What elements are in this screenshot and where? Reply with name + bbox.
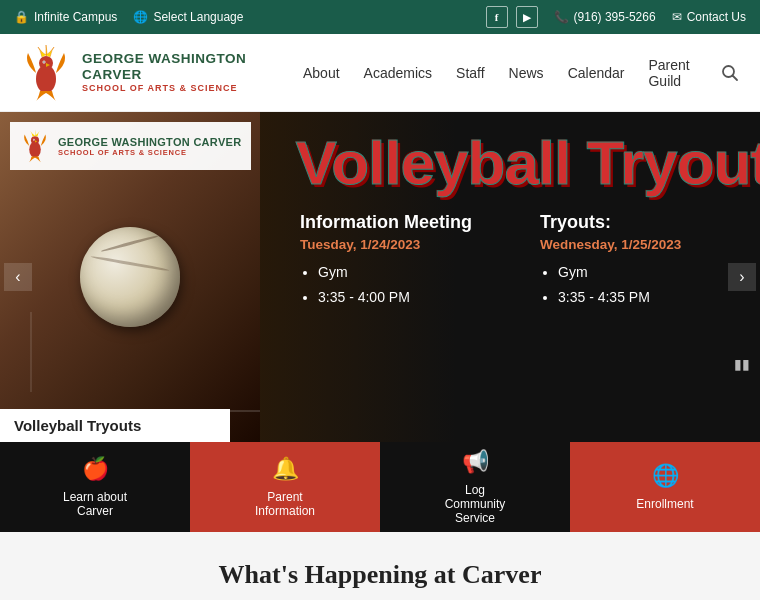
quick-link-learn[interactable]: 🍎 Learn about Carver: [0, 442, 190, 532]
contact-link[interactable]: ✉ Contact Us: [672, 10, 746, 24]
quick-link-enrollment[interactable]: 🌐 Enrollment: [570, 442, 760, 532]
info-meeting-col: Information Meeting Tuesday, 1/24/2023 G…: [280, 212, 520, 310]
quick-link-enrollment-label: Enrollment: [636, 497, 693, 511]
phone-number: (916) 395-5266: [574, 10, 656, 24]
apple-icon: 🍎: [82, 456, 109, 482]
school-logo: [20, 43, 72, 103]
facebook-icon[interactable]: f: [486, 6, 508, 28]
tryouts-item-2: 3:35 - 4:35 PM: [558, 285, 740, 310]
nav-bar: GEORGE WASHINGTON CARVER SCHOOL OF ARTS …: [0, 34, 760, 112]
nav-link-news[interactable]: News: [499, 57, 554, 89]
school-name-sub: SCHOOL OF ARTS & SCIENCE: [82, 83, 293, 94]
svg-point-3: [43, 61, 44, 62]
megaphone-icon: 📢: [462, 449, 489, 475]
tryouts-date: Wednesday, 1/25/2023: [540, 237, 740, 252]
hero-slider: GEORGE WASHINGTON CARVER SCHOOL OF ARTS …: [0, 112, 760, 442]
pause-button[interactable]: ▮▮: [734, 356, 750, 372]
tryouts-col: Tryouts: Wednesday, 1/25/2023 Gym 3:35 -…: [520, 212, 760, 310]
enrollment-icon: 🌐: [652, 463, 679, 489]
school-name: GEORGE WASHINGTON CARVER SCHOOL OF ARTS …: [82, 51, 293, 94]
tryouts-item-1: Gym: [558, 260, 740, 285]
info-meeting-item-1: Gym: [318, 260, 500, 285]
info-meeting-title: Information Meeting: [300, 212, 500, 233]
nav-link-calendar[interactable]: Calendar: [558, 57, 635, 89]
info-meeting-list: Gym 3:35 - 4:00 PM: [300, 260, 500, 310]
slide-logo: GEORGE WASHINGTON CARVER SCHOOL OF ARTS …: [10, 122, 251, 170]
slide-school-sub: SCHOOL OF ARTS & SCIENCE: [58, 148, 241, 157]
phone-link[interactable]: 📞 (916) 395-5266: [554, 10, 656, 24]
search-icon[interactable]: [719, 59, 740, 87]
quick-link-learn-label: Learn about Carver: [63, 490, 127, 518]
nav-link-parent-guild[interactable]: Parent Guild: [638, 49, 715, 97]
tryouts-list: Gym 3:35 - 4:35 PM: [540, 260, 740, 310]
volleyball-ball: [80, 227, 180, 327]
quick-link-parent[interactable]: 🔔 Parent Information: [190, 442, 380, 532]
globe-icon-left: 🌐: [133, 10, 148, 24]
youtube-icon[interactable]: ▶: [516, 6, 538, 28]
bell-icon: 🔔: [272, 456, 299, 482]
happening-section: What's Happening at Carver 🌲 🏛️ 🧑‍🎓: [0, 532, 760, 600]
quick-link-log-label: Log Community Service: [445, 483, 506, 525]
nav-link-staff[interactable]: Staff: [446, 57, 495, 89]
hero-content: Information Meeting Tuesday, 1/24/2023 G…: [280, 212, 760, 310]
quick-link-parent-label: Parent Information: [255, 490, 315, 518]
top-bar: 🔒 Infinite Campus 🌐 Select Language f ▶ …: [0, 0, 760, 34]
lock-icon: 🔒: [14, 10, 29, 24]
phone-icon: 📞: [554, 10, 569, 24]
school-name-main: GEORGE WASHINGTON CARVER: [82, 51, 293, 83]
nav-links: About Academics Staff News Calendar Pare…: [293, 49, 740, 97]
svg-point-9: [33, 139, 34, 140]
info-meeting-item-2: 3:35 - 4:00 PM: [318, 285, 500, 310]
svg-line-5: [732, 75, 737, 80]
next-arrow[interactable]: ›: [728, 263, 756, 291]
quick-links-bar: 🍎 Learn about Carver 🔔 Parent Informatio…: [0, 442, 760, 532]
slide-title-box: Volleyball Tryouts: [0, 409, 230, 442]
quick-link-log[interactable]: 📢 Log Community Service: [380, 442, 570, 532]
select-language-label: Select Language: [153, 10, 243, 24]
contact-label: Contact Us: [687, 10, 746, 24]
infinite-campus-link[interactable]: 🔒 Infinite Campus: [14, 10, 117, 24]
nav-link-about[interactable]: About: [293, 57, 350, 89]
happening-title: What's Happening at Carver: [20, 560, 740, 590]
nav-link-academics[interactable]: Academics: [354, 57, 442, 89]
select-language-link[interactable]: 🌐 Select Language: [133, 10, 243, 24]
info-meeting-date: Tuesday, 1/24/2023: [300, 237, 500, 252]
slide-school-name: GEORGE WASHINGTON CARVER: [58, 136, 241, 148]
slide-big-title: Volleyball Tryout: [295, 132, 760, 194]
mail-icon: ✉: [672, 10, 682, 24]
prev-arrow[interactable]: ‹: [4, 263, 32, 291]
infinite-campus-label: Infinite Campus: [34, 10, 117, 24]
tryouts-title: Tryouts:: [540, 212, 740, 233]
logo-area[interactable]: GEORGE WASHINGTON CARVER SCHOOL OF ARTS …: [20, 43, 293, 103]
